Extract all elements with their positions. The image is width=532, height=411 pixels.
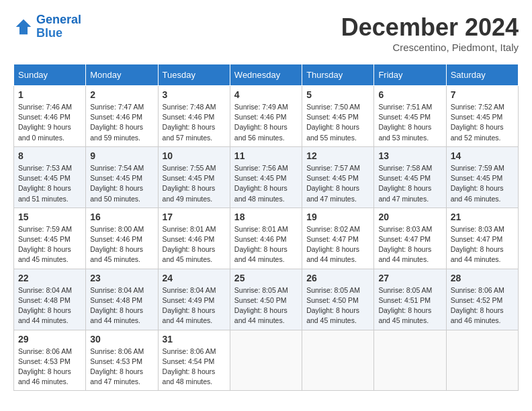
calendar-header-row: SundayMondayTuesdayWednesdayThursdayFrid… [14, 64, 519, 86]
calendar-cell-day-9: 9Sunrise: 7:54 AMSunset: 4:45 PMDaylight… [86, 146, 158, 208]
calendar-cell-day-25: 25Sunrise: 8:05 AMSunset: 4:50 PMDayligh… [230, 269, 302, 330]
day-info: Sunrise: 8:05 AMSunset: 4:50 PMDaylight:… [306, 285, 369, 326]
calendar-cell-day-24: 24Sunrise: 8:04 AMSunset: 4:49 PMDayligh… [158, 269, 230, 330]
calendar-week-1: 1Sunrise: 7:46 AMSunset: 4:46 PMDaylight… [14, 86, 519, 147]
logo-text: General Blue [36, 13, 81, 40]
calendar-cell-day-8: 8Sunrise: 7:53 AMSunset: 4:45 PMDaylight… [14, 146, 86, 208]
logo: General Blue [13, 13, 81, 40]
calendar-cell-day-30: 30Sunrise: 8:06 AMSunset: 4:53 PMDayligh… [86, 330, 158, 391]
day-number: 19 [306, 212, 369, 222]
calendar-cell-day-22: 22Sunrise: 8:04 AMSunset: 4:48 PMDayligh… [14, 269, 86, 330]
calendar-week-5: 29Sunrise: 8:06 AMSunset: 4:53 PMDayligh… [14, 330, 519, 391]
day-number: 15 [18, 212, 81, 222]
day-number: 21 [451, 212, 514, 222]
day-info: Sunrise: 8:03 AMSunset: 4:47 PMDaylight:… [378, 224, 441, 265]
day-info: Sunrise: 8:06 AMSunset: 4:53 PMDaylight:… [18, 347, 81, 387]
calendar-cell-day-17: 17Sunrise: 8:01 AMSunset: 4:46 PMDayligh… [158, 208, 230, 269]
day-number: 24 [163, 273, 226, 283]
day-info: Sunrise: 8:04 AMSunset: 4:48 PMDaylight:… [90, 285, 153, 326]
day-info: Sunrise: 7:48 AMSunset: 4:46 PMDaylight:… [163, 102, 226, 143]
day-number: 2 [90, 89, 153, 100]
title-block: December 2024 Crescentino, Piedmont, Ita… [341, 13, 519, 53]
empty-cell [230, 330, 302, 391]
calendar-cell-day-12: 12Sunrise: 7:57 AMSunset: 4:45 PMDayligh… [302, 146, 374, 208]
calendar-cell-day-20: 20Sunrise: 8:03 AMSunset: 4:47 PMDayligh… [374, 208, 446, 269]
calendar-week-3: 15Sunrise: 7:59 AMSunset: 4:45 PMDayligh… [14, 208, 519, 269]
calendar-cell-day-11: 11Sunrise: 7:56 AMSunset: 4:45 PMDayligh… [230, 146, 302, 208]
day-info: Sunrise: 8:06 AMSunset: 4:53 PMDaylight:… [90, 347, 153, 387]
day-number: 4 [234, 89, 298, 100]
calendar-cell-day-21: 21Sunrise: 8:03 AMSunset: 4:47 PMDayligh… [446, 208, 518, 269]
day-info: Sunrise: 8:00 AMSunset: 4:46 PMDaylight:… [90, 224, 153, 265]
logo-line2: Blue [36, 26, 62, 40]
day-number: 6 [378, 89, 441, 100]
day-info: Sunrise: 7:49 AMSunset: 4:46 PMDaylight:… [234, 102, 298, 143]
column-header-tuesday: Tuesday [158, 64, 230, 86]
calendar-cell-day-3: 3Sunrise: 7:48 AMSunset: 4:46 PMDaylight… [158, 86, 230, 147]
day-number: 3 [163, 89, 226, 100]
calendar-cell-day-10: 10Sunrise: 7:55 AMSunset: 4:45 PMDayligh… [158, 146, 230, 208]
day-info: Sunrise: 7:51 AMSunset: 4:45 PMDaylight:… [378, 102, 441, 143]
day-info: Sunrise: 7:50 AMSunset: 4:45 PMDaylight:… [306, 102, 369, 143]
column-header-saturday: Saturday [446, 64, 518, 86]
calendar-cell-day-5: 5Sunrise: 7:50 AMSunset: 4:45 PMDaylight… [302, 86, 374, 147]
day-info: Sunrise: 7:54 AMSunset: 4:45 PMDaylight:… [90, 163, 153, 204]
day-info: Sunrise: 8:02 AMSunset: 4:47 PMDaylight:… [306, 224, 369, 265]
day-number: 22 [18, 273, 81, 283]
empty-cell [302, 330, 374, 391]
day-info: Sunrise: 7:46 AMSunset: 4:46 PMDaylight:… [18, 102, 81, 143]
column-header-sunday: Sunday [14, 64, 86, 86]
calendar-cell-day-4: 4Sunrise: 7:49 AMSunset: 4:46 PMDaylight… [230, 86, 302, 147]
day-info: Sunrise: 7:52 AMSunset: 4:45 PMDaylight:… [451, 102, 514, 143]
day-number: 10 [163, 150, 226, 161]
day-number: 11 [234, 150, 298, 161]
calendar-cell-day-19: 19Sunrise: 8:02 AMSunset: 4:47 PMDayligh… [302, 208, 374, 269]
day-number: 17 [163, 212, 226, 222]
calendar-cell-day-1: 1Sunrise: 7:46 AMSunset: 4:46 PMDaylight… [14, 86, 86, 147]
day-number: 25 [234, 273, 298, 283]
calendar-cell-day-7: 7Sunrise: 7:52 AMSunset: 4:45 PMDaylight… [446, 86, 518, 147]
day-number: 1 [18, 89, 81, 100]
day-info: Sunrise: 8:05 AMSunset: 4:51 PMDaylight:… [378, 285, 441, 326]
calendar-week-4: 22Sunrise: 8:04 AMSunset: 4:48 PMDayligh… [14, 269, 519, 330]
calendar-cell-day-31: 31Sunrise: 8:06 AMSunset: 4:54 PMDayligh… [158, 330, 230, 391]
calendar-cell-day-26: 26Sunrise: 8:05 AMSunset: 4:50 PMDayligh… [302, 269, 374, 330]
day-number: 28 [451, 273, 514, 283]
calendar-cell-day-15: 15Sunrise: 7:59 AMSunset: 4:45 PMDayligh… [14, 208, 86, 269]
day-number: 18 [234, 212, 298, 222]
day-number: 20 [378, 212, 441, 222]
day-info: Sunrise: 8:04 AMSunset: 4:48 PMDaylight:… [18, 285, 81, 326]
day-info: Sunrise: 8:06 AMSunset: 4:54 PMDaylight:… [163, 347, 226, 387]
day-number: 23 [90, 273, 153, 283]
day-number: 13 [378, 150, 441, 161]
day-number: 16 [90, 212, 153, 222]
calendar-cell-day-28: 28Sunrise: 8:06 AMSunset: 4:52 PMDayligh… [446, 269, 518, 330]
location-subtitle: Crescentino, Piedmont, Italy [341, 42, 519, 53]
calendar-cell-day-27: 27Sunrise: 8:05 AMSunset: 4:51 PMDayligh… [374, 269, 446, 330]
day-number: 14 [451, 150, 514, 161]
calendar-cell-day-6: 6Sunrise: 7:51 AMSunset: 4:45 PMDaylight… [374, 86, 446, 147]
empty-cell [446, 330, 518, 391]
column-header-friday: Friday [374, 64, 446, 86]
calendar-cell-day-16: 16Sunrise: 8:00 AMSunset: 4:46 PMDayligh… [86, 208, 158, 269]
day-info: Sunrise: 8:05 AMSunset: 4:50 PMDaylight:… [234, 285, 298, 326]
calendar-table: SundayMondayTuesdayWednesdayThursdayFrid… [13, 64, 519, 391]
page-header: General Blue December 2024 Crescentino, … [13, 13, 519, 53]
month-year-title: December 2024 [341, 13, 519, 42]
day-number: 9 [90, 150, 153, 161]
day-info: Sunrise: 8:01 AMSunset: 4:46 PMDaylight:… [163, 224, 226, 265]
day-info: Sunrise: 7:57 AMSunset: 4:45 PMDaylight:… [306, 163, 369, 204]
calendar-cell-day-13: 13Sunrise: 7:58 AMSunset: 4:45 PMDayligh… [374, 146, 446, 208]
empty-cell [374, 330, 446, 391]
logo-line1: General [36, 13, 81, 26]
day-info: Sunrise: 7:53 AMSunset: 4:45 PMDaylight:… [18, 163, 81, 204]
day-info: Sunrise: 8:04 AMSunset: 4:49 PMDaylight:… [163, 285, 226, 326]
day-number: 8 [18, 150, 81, 161]
calendar-cell-day-2: 2Sunrise: 7:47 AMSunset: 4:46 PMDaylight… [86, 86, 158, 147]
day-info: Sunrise: 7:58 AMSunset: 4:45 PMDaylight:… [378, 163, 441, 204]
calendar-cell-day-29: 29Sunrise: 8:06 AMSunset: 4:53 PMDayligh… [14, 330, 86, 391]
day-info: Sunrise: 7:59 AMSunset: 4:45 PMDaylight:… [451, 163, 514, 204]
day-number: 12 [306, 150, 369, 161]
day-number: 5 [306, 89, 369, 100]
day-info: Sunrise: 8:06 AMSunset: 4:52 PMDaylight:… [451, 285, 514, 326]
